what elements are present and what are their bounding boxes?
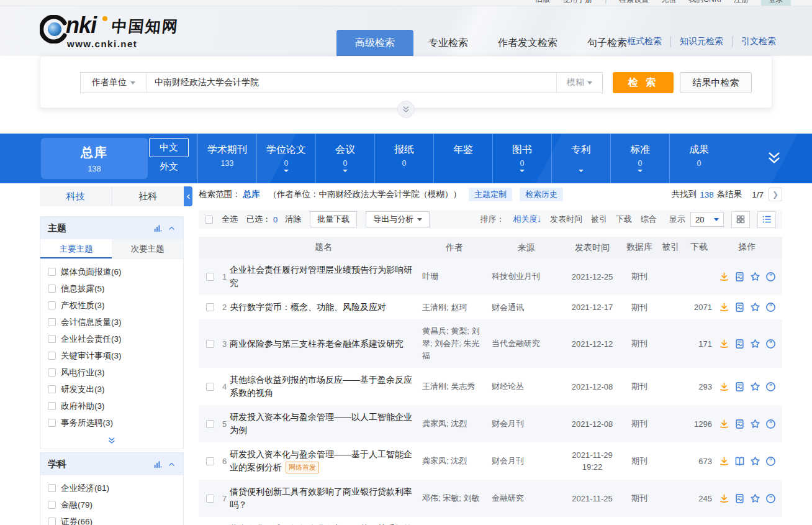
filter-item[interactable]: 企业经济(81) bbox=[40, 480, 183, 496]
sort-相关度[interactable]: 相关度↓ bbox=[513, 214, 542, 225]
header-link[interactable]: 知识元检索 bbox=[670, 36, 732, 47]
filter-checkbox[interactable] bbox=[48, 368, 56, 377]
row-checkbox[interactable] bbox=[206, 303, 214, 311]
tab-高级检索[interactable]: 高级检索 bbox=[336, 30, 413, 56]
cite-icon[interactable] bbox=[765, 419, 776, 429]
row-checkbox[interactable] bbox=[206, 495, 214, 503]
favorite-icon[interactable] bbox=[750, 339, 760, 349]
tab-main-topic[interactable]: 主要主题 bbox=[40, 239, 112, 258]
list-view-toggle[interactable] bbox=[757, 211, 776, 228]
filter-checkbox[interactable] bbox=[48, 352, 56, 360]
cnki-logo[interactable]: nki 中国知网 www.cnki.net bbox=[40, 14, 189, 52]
paper-title-link[interactable]: 企业社会责任履行对管理层业绩预告行为影响研究 bbox=[230, 265, 412, 288]
db-tab-专利[interactable]: 专利 bbox=[551, 134, 610, 183]
row-checkbox[interactable] bbox=[206, 420, 214, 428]
tab-专业检索[interactable]: 专业检索 bbox=[413, 30, 483, 56]
html-read-icon[interactable] bbox=[734, 272, 745, 282]
collapse-group-icon[interactable] bbox=[168, 459, 176, 470]
row-source[interactable]: 财会月刊 bbox=[489, 418, 563, 430]
pill-主题定制[interactable]: 主题定制 bbox=[469, 188, 512, 201]
clear-selection-button[interactable]: 清除 bbox=[285, 214, 301, 225]
filter-checkbox[interactable] bbox=[48, 335, 56, 343]
select-all-control[interactable]: 全选 bbox=[205, 214, 238, 225]
top-bar-item[interactable]: 使用手册 bbox=[562, 0, 592, 6]
download-icon[interactable] bbox=[719, 456, 729, 467]
top-bar-item[interactable]: 检索设置 bbox=[619, 0, 649, 6]
favorite-icon[interactable] bbox=[750, 493, 760, 504]
lang-tab-chinese[interactable]: 中文 bbox=[149, 138, 189, 157]
collapse-group-icon[interactable] bbox=[168, 222, 176, 234]
expand-search-panel-button[interactable] bbox=[397, 101, 415, 118]
filter-item[interactable]: 风电行业(3) bbox=[40, 364, 183, 381]
row-authors[interactable]: 邓伟; 宋敏; 刘敏 bbox=[420, 492, 489, 504]
online-read-icon[interactable] bbox=[734, 456, 745, 467]
row-source[interactable]: 财经论丛 bbox=[489, 380, 563, 393]
row-source[interactable]: 财会月刊 bbox=[489, 455, 563, 467]
filter-checkbox[interactable] bbox=[48, 501, 56, 509]
expand-topics-chevron[interactable] bbox=[40, 432, 183, 449]
lang-tab-foreign[interactable]: 外文 bbox=[149, 157, 189, 176]
top-bar-item[interactable]: 注册 bbox=[734, 0, 749, 6]
filter-checkbox[interactable] bbox=[48, 385, 56, 393]
filter-checkbox[interactable] bbox=[48, 285, 56, 293]
filter-item[interactable]: 产权性质(3) bbox=[40, 297, 183, 314]
row-source[interactable]: 财会通讯 bbox=[489, 301, 563, 314]
download-icon[interactable] bbox=[719, 272, 729, 282]
download-icon[interactable] bbox=[719, 381, 729, 392]
paper-title-link[interactable]: 其他综合收益列报的市场反应——基于盈余反应系数的视角 bbox=[230, 375, 412, 398]
filter-item[interactable]: 证券(66) bbox=[40, 513, 183, 525]
more-databases-chevron[interactable] bbox=[766, 150, 782, 166]
filter-item[interactable]: 金融(79) bbox=[40, 496, 183, 513]
row-source[interactable]: 金融研究 bbox=[489, 492, 563, 504]
search-in-results-button[interactable]: 结果中检索 bbox=[680, 72, 752, 93]
paper-title-link[interactable]: 借贷便利创新工具有效影响了商业银行贷款利率吗？ bbox=[230, 486, 412, 509]
db-tab-图书[interactable]: 图书0 bbox=[492, 134, 551, 183]
html-read-icon[interactable] bbox=[734, 381, 745, 392]
filter-item[interactable]: 研发支出(3) bbox=[40, 381, 183, 398]
row-checkbox[interactable] bbox=[206, 457, 214, 465]
row-checkbox[interactable] bbox=[206, 383, 214, 391]
favorite-icon[interactable] bbox=[750, 302, 760, 313]
cite-icon[interactable] bbox=[765, 302, 776, 313]
db-tab-年鉴[interactable]: 年鉴 bbox=[433, 134, 492, 183]
sort-综合[interactable]: 综合 bbox=[641, 214, 657, 225]
row-checkbox[interactable] bbox=[206, 273, 214, 281]
html-read-icon[interactable] bbox=[734, 302, 745, 313]
login-button[interactable]: 登录 bbox=[761, 0, 791, 6]
db-tab-标准[interactable]: 标准0 bbox=[610, 134, 669, 183]
html-read-icon[interactable] bbox=[734, 339, 745, 349]
sidebar-tab-社科[interactable]: 社科 bbox=[112, 186, 184, 206]
header-link[interactable]: 引文检索 bbox=[732, 36, 785, 47]
row-authors[interactable]: 龚家凤; 沈烈 bbox=[420, 418, 489, 430]
download-icon[interactable] bbox=[719, 493, 729, 504]
cite-icon[interactable] bbox=[765, 339, 776, 349]
cite-icon[interactable] bbox=[765, 381, 776, 392]
favorite-icon[interactable] bbox=[750, 419, 760, 429]
filter-item[interactable]: 会计信息质量(3) bbox=[40, 314, 183, 331]
filter-checkbox[interactable] bbox=[48, 301, 56, 309]
html-read-icon[interactable] bbox=[734, 493, 745, 504]
bar-chart-icon[interactable] bbox=[153, 222, 163, 234]
page-size-select[interactable]: 20 bbox=[690, 212, 724, 227]
filter-checkbox[interactable] bbox=[48, 419, 56, 427]
filter-item[interactable]: 信息披露(5) bbox=[40, 280, 183, 297]
batch-download-button[interactable]: 批量下载 bbox=[310, 211, 357, 227]
match-mode-select[interactable]: 模糊 bbox=[556, 73, 602, 93]
db-tab-total[interactable]: 总库 138 bbox=[41, 138, 148, 179]
paper-title-link[interactable]: 研发投入资本化与盈余管理——以人工智能企业为例 bbox=[230, 412, 412, 435]
db-tab-学术期刊[interactable]: 学术期刊133 bbox=[197, 134, 256, 183]
download-icon[interactable] bbox=[719, 419, 729, 429]
next-page-button[interactable]: ❯ bbox=[769, 188, 782, 201]
favorite-icon[interactable] bbox=[750, 456, 760, 467]
row-authors[interactable]: 王清刚; 吴志秀 bbox=[420, 380, 489, 393]
filter-item[interactable]: 政府补助(3) bbox=[40, 398, 183, 414]
db-tab-成果[interactable]: 成果0 bbox=[669, 134, 728, 183]
paper-title-link[interactable]: 研发投入资本化与盈余管理——基于人工智能企业的案例分析 bbox=[230, 449, 412, 472]
filter-checkbox[interactable] bbox=[48, 518, 56, 525]
row-authors[interactable]: 叶珊 bbox=[420, 270, 489, 283]
scope-value[interactable]: 总库 bbox=[243, 189, 260, 200]
filter-item[interactable]: 媒体负面报道(6) bbox=[40, 263, 183, 280]
field-select[interactable]: 作者单位 bbox=[81, 73, 147, 93]
row-source[interactable]: 科技创业月刊 bbox=[489, 270, 563, 283]
sidebar-tab-科技[interactable]: 科技 bbox=[40, 186, 112, 206]
